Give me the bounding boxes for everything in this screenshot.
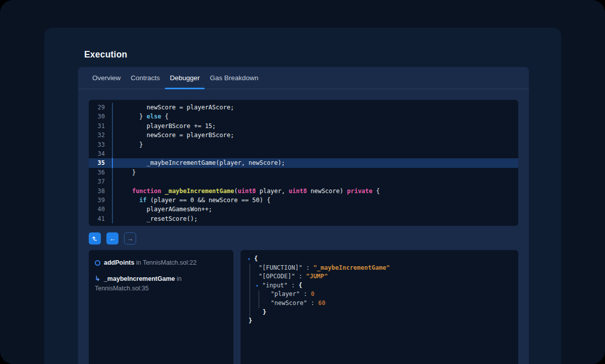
tab-contracts[interactable]: Contracts: [126, 67, 165, 89]
code-line: 36 }: [89, 168, 518, 177]
stack-frame-addpoints[interactable]: addPoints in TennisMatch.sol:22: [95, 258, 227, 268]
line-number: 32: [89, 131, 113, 140]
code-text: playerBScore += 15;: [113, 122, 518, 131]
frame-location: TennisMatch.sol:22: [143, 259, 197, 266]
tree-guide-line: [250, 264, 250, 317]
json-row-function: "[FUNCTION]" : "_maybeIncrementGame": [248, 264, 511, 273]
step-back-button[interactable]: ←: [106, 232, 118, 245]
code-text: if (player == 0 && newScore == 50) {: [113, 196, 518, 205]
collapse-triangle-icon[interactable]: ▾: [248, 255, 254, 264]
debugger-section: Overview Contracts Debugger Gas Breakdow…: [78, 67, 529, 364]
frame-separator: in: [175, 275, 182, 282]
code-line: 40 playerAGamesWon++;: [89, 205, 518, 214]
frame-circle-icon: [95, 260, 100, 266]
jump-back-icon: [92, 235, 98, 242]
code-text: [113, 149, 518, 158]
code-text: newScore = playerAScore;: [113, 103, 518, 112]
json-row-root-close: }: [248, 317, 511, 326]
code-line: 39 if (player == 0 && newScore == 50) {: [89, 196, 518, 205]
line-number: 41: [89, 214, 113, 223]
code-line: 41 _resetScore();: [89, 214, 518, 223]
step-forward-button[interactable]: →: [124, 232, 136, 245]
code-line: 33 }: [89, 140, 518, 149]
code-text: _resetScore();: [113, 214, 518, 223]
call-stack-panel: addPoints in TennisMatch.sol:22 ↳_maybeI…: [89, 250, 233, 364]
line-number: 40: [89, 205, 113, 214]
line-number: 37: [89, 177, 113, 186]
line-number: 30: [89, 112, 113, 121]
tree-guide-line: [259, 290, 259, 308]
frame-location: TennisMatch.sol:35: [95, 285, 149, 292]
line-number: 39: [89, 196, 113, 205]
arrow-left-icon: ←: [109, 235, 116, 242]
line-number: 38: [89, 187, 113, 196]
code-text: function _maybeIncrementGame(uint8 playe…: [113, 187, 518, 196]
jump-back-button[interactable]: [89, 232, 101, 245]
arrow-right-icon: →: [127, 235, 134, 242]
frame-function-name: addPoints: [104, 259, 134, 266]
app-window: Execution Overview Contracts Debugger Ga…: [0, 0, 605, 364]
source-code-viewer[interactable]: 29 newScore = playerAScore;30 } else {31…: [89, 100, 518, 226]
page-title: Execution: [84, 49, 127, 60]
tab-gas-breakdown[interactable]: Gas Breakdown: [205, 67, 263, 89]
code-text: playerAGamesWon++;: [113, 205, 518, 214]
code-line-highlighted: 35 _maybeIncrementGame(player, newScore)…: [89, 158, 518, 167]
code-line: 29 newScore = playerAScore;: [89, 103, 518, 112]
state-inspector-panel[interactable]: ▾{ "[FUNCTION]" : "_maybeIncrementGame" …: [240, 250, 518, 364]
code-text: _maybeIncrementGame(player, newScore);: [113, 158, 518, 167]
json-row-opcode: "[OPCODE]" : "JUMP": [248, 272, 511, 281]
code-text: }: [113, 168, 518, 177]
line-number: 34: [89, 149, 113, 158]
debug-step-toolbar: ← →: [89, 232, 136, 245]
tab-overview[interactable]: Overview: [87, 67, 126, 89]
json-row-player: "player" : 0: [248, 290, 511, 299]
collapse-triangle-icon[interactable]: ▾: [256, 281, 262, 290]
code-line: 31 playerBScore += 15;: [89, 122, 518, 131]
return-arrow-icon: ↳: [95, 275, 100, 282]
code-line: 34: [89, 149, 518, 158]
code-text: [113, 177, 518, 186]
json-row-input-open: ▾"input" : {: [248, 281, 511, 290]
json-row-root-open: ▾{: [248, 255, 511, 264]
line-number: 35: [89, 158, 113, 167]
json-row-newscore: "newScore" : 60: [248, 299, 511, 308]
code-line: 37: [89, 177, 518, 186]
frame-separator: in: [134, 259, 142, 266]
code-text: }: [113, 140, 518, 149]
execution-card: Execution Overview Contracts Debugger Ga…: [44, 28, 561, 364]
stack-frame-maybeincrementgame[interactable]: ↳_maybeIncrementGame in TennisMatch.sol:…: [95, 274, 227, 293]
code-text: } else {: [113, 112, 518, 121]
json-row-input-close: }: [248, 308, 511, 317]
frame-function-name: _maybeIncrementGame: [104, 275, 175, 282]
code-line: 38 function _maybeIncrementGame(uint8 pl…: [89, 187, 518, 196]
code-line: 32 newScore = playerBScore;: [89, 131, 518, 140]
tab-bar: Overview Contracts Debugger Gas Breakdow…: [78, 67, 529, 89]
line-number: 29: [89, 103, 113, 112]
line-number: 33: [89, 140, 113, 149]
code-text: newScore = playerBScore;: [113, 131, 518, 140]
line-number: 31: [89, 122, 113, 131]
tab-debugger[interactable]: Debugger: [165, 67, 205, 89]
code-line: 30 } else {: [89, 112, 518, 121]
line-number: 36: [89, 168, 113, 177]
